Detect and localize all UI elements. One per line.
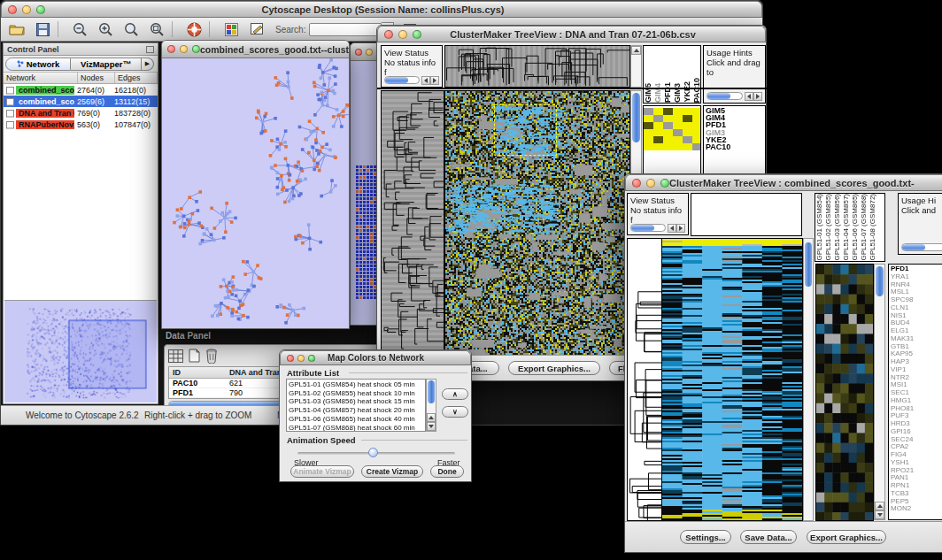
dialog-titlebar[interactable]: Map Colors to Network xyxy=(280,350,471,365)
row-dendrogram[interactable] xyxy=(381,90,444,356)
birdseye-view[interactable] xyxy=(4,300,157,403)
settings-button[interactable]: Settings... xyxy=(680,530,731,544)
column-dendrogram-area[interactable] xyxy=(691,193,802,236)
zoom-button[interactable] xyxy=(36,5,45,14)
attribute-list-item[interactable]: GPL51-03 (GSM856) heat shock 15 min xyxy=(289,397,423,406)
annotation-button[interactable] xyxy=(247,20,266,38)
scrollbar-thumb[interactable] xyxy=(805,242,812,287)
export-graphics-button[interactable]: Export Graphics... xyxy=(807,530,886,544)
scroll-left-button[interactable] xyxy=(745,92,753,101)
scroll-right-button[interactable] xyxy=(676,224,685,233)
zoom-button[interactable] xyxy=(413,30,421,39)
vizmapper-button[interactable] xyxy=(221,20,241,38)
scroll-right-button[interactable] xyxy=(753,92,762,101)
attribute-list-item[interactable]: GPL51-07 (GSM868) heat shock 60 min xyxy=(289,424,423,432)
scrollbar-thumb[interactable] xyxy=(428,380,435,403)
scroll-down-button[interactable] xyxy=(427,422,436,431)
column-dendrogram[interactable] xyxy=(444,45,630,88)
zoom-button[interactable] xyxy=(308,355,315,362)
column-nodes[interactable]: Nodes xyxy=(78,73,115,83)
tab-network[interactable]: Network xyxy=(5,58,71,71)
export-graphics-button[interactable]: Export Graphics... xyxy=(508,361,600,375)
save-session-button[interactable] xyxy=(33,20,52,38)
column-network[interactable]: Network xyxy=(4,73,78,83)
column-labels[interactable]: GIM5GIM4PFD1GIM3YKE2PAC10 xyxy=(643,45,701,104)
detail-heatmap[interactable] xyxy=(815,264,874,521)
scrollbar-thumb[interactable] xyxy=(902,244,925,250)
new-attribute-icon[interactable] xyxy=(189,349,200,363)
done-button[interactable]: Done xyxy=(430,465,464,478)
zoom-selected-button[interactable] xyxy=(121,20,141,38)
zoom-fit-button[interactable] xyxy=(147,20,166,38)
zoom-in-button[interactable] xyxy=(96,20,115,38)
scrollbar-track[interactable] xyxy=(901,243,942,251)
heatmap-vscrollbar[interactable] xyxy=(803,238,814,521)
delete-attribute-icon[interactable] xyxy=(205,349,218,364)
minimize-button[interactable] xyxy=(22,5,31,14)
move-up-button[interactable]: ∧ xyxy=(442,388,468,400)
gene-list[interactable]: PFD1YRA1RNR4MSL1SPC98CLN1NIS1BUD4ELG1MAK… xyxy=(888,264,942,520)
scroll-up-button[interactable] xyxy=(631,46,641,55)
tab-vizmapper[interactable]: VizMapper™ xyxy=(71,58,142,71)
scrollbar-thumb[interactable] xyxy=(876,266,884,296)
global-heatmap[interactable] xyxy=(444,90,630,356)
global-heatmap[interactable] xyxy=(661,238,803,521)
network-titlebar[interactable]: combined_scores_good.txt--cluste... xyxy=(162,41,349,58)
minimize-button[interactable] xyxy=(646,179,655,188)
scroll-up-button[interactable] xyxy=(875,502,884,510)
scrollbar-track[interactable] xyxy=(706,92,743,100)
network-tree-row[interactable]: RNAPuberNov2+I 563(0) 107847(0) xyxy=(4,119,158,130)
usage-hints-scrollbar[interactable] xyxy=(901,242,942,252)
dendrogram-scroll-corner[interactable] xyxy=(630,45,642,88)
scrollbar-thumb[interactable] xyxy=(631,225,654,231)
open-session-button[interactable] xyxy=(7,20,27,38)
column-edges[interactable]: Edges xyxy=(115,73,158,83)
attribute-list-item[interactable]: GPL51-02 (GSM855) heat shock 10 min xyxy=(289,389,423,398)
close-button[interactable] xyxy=(167,45,175,53)
close-button[interactable] xyxy=(384,30,393,39)
scroll-up-button[interactable] xyxy=(427,413,436,422)
animate-vizmap-button[interactable]: Animate Vizmap xyxy=(290,465,354,478)
zoom-button[interactable] xyxy=(660,179,669,188)
minimize-button[interactable] xyxy=(180,45,188,53)
network-canvas[interactable] xyxy=(162,58,349,328)
detail-heatmap[interactable] xyxy=(644,108,701,150)
attribute-list-item[interactable]: GPL51-04 (GSM857) heat shock 20 min xyxy=(289,406,423,415)
tab-overflow-button[interactable]: ▶ xyxy=(142,58,154,71)
speed-slider-thumb[interactable] xyxy=(368,448,378,457)
scrollbar-track[interactable] xyxy=(384,76,420,84)
minimize-button[interactable] xyxy=(398,30,407,39)
zoom-out-button[interactable] xyxy=(70,20,89,38)
view-status-scrollbar[interactable] xyxy=(384,75,439,85)
scrollbar-thumb[interactable] xyxy=(707,93,730,99)
attribute-select-icon[interactable] xyxy=(168,349,183,363)
row-dendrogram[interactable] xyxy=(627,238,662,521)
scroll-down-button[interactable] xyxy=(875,510,884,519)
close-button[interactable] xyxy=(8,5,17,14)
gene-label[interactable]: MON2 xyxy=(891,505,940,513)
create-vizmap-button[interactable]: Create Vizmap xyxy=(361,465,423,478)
scrollbar-thumb[interactable] xyxy=(385,77,408,83)
scrollbar-thumb[interactable] xyxy=(632,93,640,142)
view-status-scrollbar[interactable] xyxy=(630,223,685,233)
usage-hints-scrollbar[interactable] xyxy=(706,91,762,101)
search-input[interactable] xyxy=(309,23,382,36)
scrollbar-track[interactable] xyxy=(630,224,666,232)
main-titlebar[interactable]: Cytoscape Desktop (Session Name: collins… xyxy=(1,1,762,18)
help-button[interactable] xyxy=(184,20,204,38)
attribute-list-scrollbar[interactable] xyxy=(426,379,436,432)
treeview1-titlebar[interactable]: ClusterMaker TreeView : DNA and Tran 07-… xyxy=(377,26,766,42)
minimize-button[interactable] xyxy=(297,355,305,362)
network-tree-row[interactable]: combined_sco 2569(6) 13112(15) xyxy=(4,96,158,107)
minimize-button[interactable] xyxy=(366,49,373,56)
network-tree-row[interactable]: DNA and Tran 07 769(0) 183728(0) xyxy=(4,107,158,119)
scroll-left-button[interactable] xyxy=(421,76,430,85)
close-button[interactable] xyxy=(632,179,641,188)
attribute-list-item[interactable]: GPL51-01 (GSM854) heat shock 05 min xyxy=(289,380,423,389)
column-labels[interactable]: GPL51-01 (GSM854)GPL51-02 (GSM855)GPL51-… xyxy=(815,193,885,262)
close-button[interactable] xyxy=(355,49,362,56)
float-panel-icon[interactable] xyxy=(146,46,154,53)
treeview2-titlebar[interactable]: ClusterMaker TreeView : combined_scores_… xyxy=(625,174,942,191)
save-data-button[interactable]: Save Data... xyxy=(740,530,797,544)
move-down-button[interactable]: ∨ xyxy=(442,406,468,418)
